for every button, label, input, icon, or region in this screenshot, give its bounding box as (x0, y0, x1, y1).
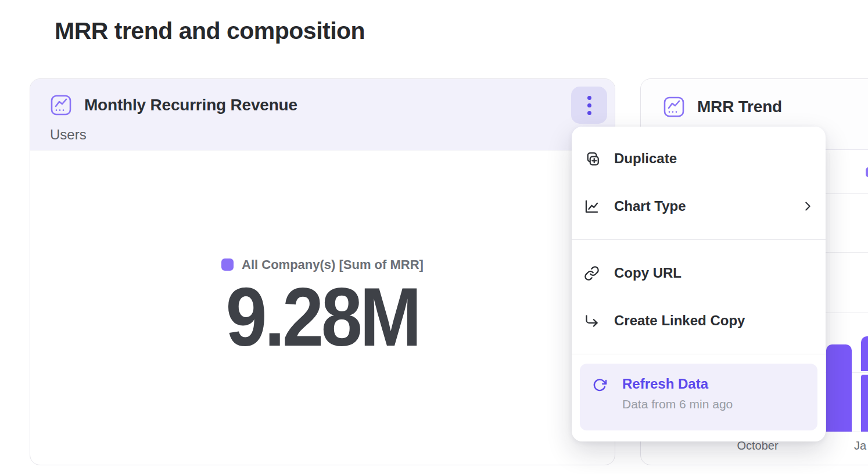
kebab-menu-icon (587, 96, 591, 100)
menu-item-duplicate[interactable]: Duplicate (572, 135, 826, 182)
menu-item-label: Create Linked Copy (614, 313, 745, 329)
kebab-menu-button[interactable] (571, 87, 607, 124)
menu-item-refresh-data[interactable]: Refresh Data Data from 6 min ago (580, 364, 817, 430)
combo-chart-icon (50, 94, 72, 116)
card-title: Monthly Recurring Revenue (84, 96, 297, 114)
card-context-menu: Duplicate Chart Type Copy URL (572, 127, 826, 441)
page-title: MRR trend and composition (55, 17, 365, 45)
menu-item-copy-url[interactable]: Copy URL (572, 249, 826, 297)
card-subtitle: Users (50, 127, 87, 143)
menu-item-sublabel: Data from 6 min ago (622, 397, 733, 411)
mrr-big-number-card: Monthly Recurring Revenue Users All Comp… (30, 78, 615, 465)
menu-item-label: Chart Type (614, 198, 686, 214)
x-tick-label: Ja (854, 439, 866, 453)
card-body: All Company(s) [Sum of MRR] 9.28M (30, 150, 615, 465)
line-chart-icon (583, 198, 600, 215)
menu-item-label: Duplicate (614, 150, 677, 167)
menu-item-create-linked-copy[interactable]: Create Linked Copy (572, 297, 826, 344)
menu-divider (572, 354, 826, 354)
menu-item-label: Refresh Data (622, 376, 733, 392)
menu-item-chart-type[interactable]: Chart Type (572, 182, 826, 230)
chevron-right-icon (801, 200, 814, 213)
bar (861, 375, 868, 432)
big-number-value: 9.28M (226, 276, 419, 358)
legend-swatch (221, 258, 234, 271)
duplicate-plus-icon (583, 150, 600, 167)
bar (861, 336, 868, 371)
card-header: Monthly Recurring Revenue Users (30, 79, 615, 150)
corner-down-right-arrow-icon (583, 312, 600, 329)
menu-divider (572, 239, 826, 240)
refresh-icon (591, 376, 608, 394)
bar (826, 344, 852, 432)
menu-item-label: Copy URL (614, 265, 682, 281)
link-icon (583, 264, 600, 282)
